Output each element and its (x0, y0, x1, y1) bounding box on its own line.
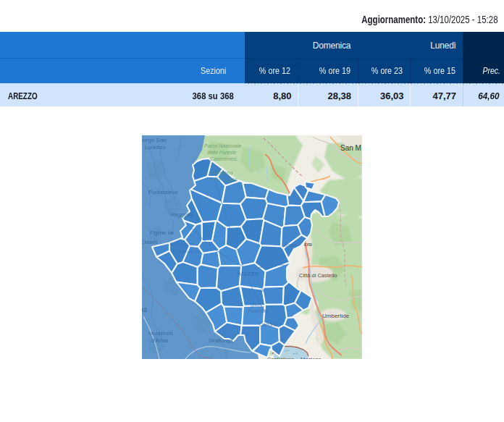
svg-text:Borgo San: Borgo San (142, 137, 167, 143)
svg-text:ansep: ansep (284, 242, 298, 248)
svg-text:na: na (142, 305, 148, 313)
svg-text:Chianti: Chianti (142, 239, 158, 245)
svg-text:S.Giovanni: S.Giovanni (169, 242, 195, 247)
svg-text:cro: cro (304, 242, 312, 247)
svg-text:d'Arbia: d'Arbia (151, 337, 169, 344)
svg-text:Monteroni: Monteroni (148, 330, 173, 337)
svg-text:Lorenzo: Lorenzo (145, 144, 166, 151)
svg-text:Magione: Magione (301, 356, 322, 360)
svg-text:Montevarchi: Montevarchi (172, 249, 201, 254)
svg-text:Castiglione: Castiglione (267, 356, 294, 359)
svg-text:Umbertide: Umbertide (322, 313, 349, 319)
svg-text:e Campigna: e Campigna (210, 177, 238, 182)
svg-text:Figline Va: Figline Va (150, 229, 175, 236)
svg-text:San M: San M (340, 144, 361, 152)
svg-text:Parco Nazionale: Parco Nazionale (204, 143, 241, 148)
svg-text:Sinalunga: Sinalunga (209, 337, 233, 344)
svg-text:delle Foreste: delle Foreste (207, 150, 237, 155)
svg-text:Falterona: Falterona (211, 170, 233, 175)
svg-text:Pontassieve: Pontassieve (148, 189, 178, 195)
svg-text:Cortona: Cortona (259, 322, 277, 327)
svg-text:Reggello: Reggello (171, 211, 193, 218)
svg-text:Casentinesi,: Casentinesi, (210, 156, 238, 161)
svg-text:Città di Castello: Città di Castello (299, 272, 337, 279)
